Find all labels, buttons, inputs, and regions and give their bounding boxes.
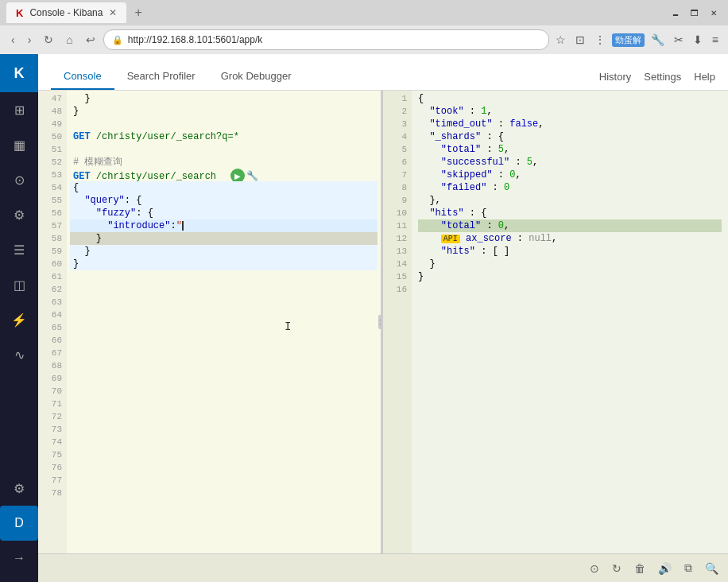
history-back-button[interactable]: ↩ — [81, 32, 100, 48]
code-line-59: } — [70, 245, 378, 258]
output-line-numbers: 1234 5678 9101112 13141516 — [383, 91, 412, 553]
code-line-65 — [70, 321, 378, 334]
output-line-7: "skipped" : 0, — [418, 169, 722, 181]
kibana-favicon: K — [16, 7, 23, 19]
window-minimize-icon[interactable]: 🗕 — [668, 5, 683, 21]
search-icon[interactable]: 🔍 — [705, 562, 718, 575]
code-line-74 — [70, 436, 378, 448]
forward-button[interactable]: › — [23, 32, 37, 48]
sidebar-item-collapse[interactable]: → — [0, 541, 38, 576]
sidebar-item-visualize[interactable]: ▦ — [0, 127, 38, 162]
bookmark-star-icon[interactable]: ☆ — [552, 32, 569, 48]
sidebar-item-apm[interactable]: ∿ — [0, 337, 38, 372]
output-content-lines: { "took" : 1, "timed_out" : false, "_sha… — [412, 91, 728, 553]
browser-tab[interactable]: K Console - Kibana ✕ — [6, 2, 126, 23]
settings-link[interactable]: Settings — [644, 71, 681, 83]
kibana-logo[interactable]: K — [0, 54, 38, 92]
editor-content[interactable]: 47484950 51525354 55565758 59606162 6364… — [38, 91, 381, 553]
bottom-toolbar-right: ⊙ ↻ 🗑 🔊 ⧉ 🔍 — [590, 561, 718, 575]
code-line-56: "fuzzy": { — [70, 207, 378, 219]
refresh-icon[interactable]: ↻ — [612, 562, 622, 575]
code-line-51 — [70, 143, 378, 156]
output-line-1: { — [418, 92, 722, 105]
code-line-72 — [70, 410, 378, 423]
code-line-77 — [70, 474, 378, 487]
code-line-66 — [70, 334, 378, 347]
output-line-3: "timed_out" : false, — [418, 118, 722, 130]
reader-mode-icon[interactable]: ⊡ — [572, 32, 588, 48]
trash-icon[interactable]: 🗑 — [634, 562, 645, 575]
help-circle-icon[interactable]: ⊙ — [590, 562, 599, 575]
tab-console[interactable]: Console — [51, 64, 114, 90]
volume-icon[interactable]: 🔊 — [658, 562, 672, 575]
code-line-49 — [70, 118, 378, 130]
editor-panel: 47484950 51525354 55565758 59606162 6364… — [38, 91, 383, 553]
code-line-47: } — [70, 92, 378, 105]
sidebar-item-maps[interactable]: ⊙ — [0, 162, 38, 197]
window-close-icon[interactable]: ✕ — [706, 5, 722, 21]
window-restore-icon[interactable]: 🗖 — [687, 5, 703, 21]
code-line-64 — [70, 308, 378, 321]
devtools-header: Console Search Profiler Grok Debugger Hi… — [38, 54, 728, 91]
sidebar-item-saved[interactable]: ◫ — [0, 267, 38, 302]
translate-icon[interactable]: 勁蛋解 — [612, 33, 645, 47]
extensions-icon[interactable]: 🔧 — [648, 32, 668, 48]
tab-title: Console - Kibana — [29, 7, 103, 18]
output-scroll-container[interactable]: 1234 5678 9101112 13141516 { "took" : 1,… — [383, 91, 728, 553]
more-tools-icon[interactable]: ✂ — [671, 32, 687, 48]
tab-grok-debugger[interactable]: Grok Debugger — [208, 64, 304, 90]
share-icon[interactable]: ⧉ — [684, 561, 692, 575]
code-line-67 — [70, 347, 378, 359]
output-line-9: }, — [418, 194, 722, 207]
output-line-4: "_shards" : { — [418, 130, 722, 143]
bottom-toolbar: ⊙ ↻ 🗑 🔊 ⧉ 🔍 — [38, 553, 728, 582]
code-line-62 — [70, 283, 378, 296]
code-line-48: } — [70, 105, 378, 118]
console-area: 47484950 51525354 55565758 59606162 6364… — [38, 91, 728, 553]
code-line-70 — [70, 385, 378, 398]
browser-settings-icon[interactable]: ≡ — [709, 32, 722, 48]
wrench-button[interactable]: 🔧 — [246, 170, 258, 181]
download-icon[interactable]: ⬇ — [690, 32, 706, 48]
code-line-73 — [70, 423, 378, 436]
code-line-75 — [70, 448, 378, 461]
output-line-15: } — [418, 270, 722, 283]
tab-close-button[interactable]: ✕ — [109, 7, 117, 18]
history-link[interactable]: History — [599, 71, 631, 83]
sidebar-item-canvas[interactable]: ⚙ — [0, 197, 38, 232]
new-tab-button[interactable]: + — [130, 6, 146, 20]
code-line-78 — [70, 487, 378, 499]
sidebar-item-settings[interactable]: ⚙ — [0, 471, 38, 506]
output-line-5: "total" : 5, — [418, 143, 722, 156]
code-line-71 — [70, 398, 378, 410]
tab-search-profiler[interactable]: Search Profiler — [114, 64, 208, 90]
devtools-header-actions: History Settings Help — [599, 71, 715, 83]
home-button[interactable]: ⌂ — [61, 32, 77, 48]
editor-scroll-container[interactable]: 47484950 51525354 55565758 59606162 6364… — [38, 91, 381, 553]
sidebar-item-uptime[interactable]: ⚡ — [0, 302, 38, 337]
browser-titlebar: K Console - Kibana ✕ + 🗕 🗖 ✕ — [0, 0, 728, 25]
address-input[interactable] — [128, 34, 540, 45]
code-line-50: GET /christy/user/_search?q=* — [70, 130, 378, 143]
output-line-13: "hits" : [ ] — [418, 245, 722, 258]
reload-button[interactable]: ↻ — [39, 32, 58, 48]
code-line-52: # 模糊查询 — [70, 156, 378, 169]
sidebar-item-discover[interactable]: ⊞ — [0, 92, 38, 127]
browser-menu-icon[interactable]: ⋮ — [591, 32, 609, 48]
main-content: Console Search Profiler Grok Debugger Hi… — [38, 54, 728, 582]
back-button[interactable]: ‹ — [6, 32, 20, 48]
window-controls: 🗕 🗖 ✕ — [668, 5, 722, 21]
output-line-6: "successful" : 5, — [418, 156, 722, 169]
browser-chrome: K Console - Kibana ✕ + 🗕 🗖 ✕ ‹ › ↻ ⌂ ↩ 🔒… — [0, 0, 728, 54]
help-link[interactable]: Help — [694, 71, 715, 83]
code-line-53: GET /christy/user/_search ▶🔧 — [70, 169, 378, 181]
output-line-16 — [418, 283, 722, 296]
code-line-58: } — [70, 232, 378, 245]
address-bar[interactable]: 🔒 — [103, 29, 549, 50]
sidebar-item-devtools[interactable]: D — [0, 506, 38, 541]
code-editor-lines[interactable]: } } GET /christy/user/_search?q=* # 模糊查询… — [67, 91, 381, 553]
devtools-nav: Console Search Profiler Grok Debugger Hi… — [51, 64, 715, 90]
sidebar-item-index[interactable]: ☰ — [0, 232, 38, 267]
panel-resize-handle[interactable]: : — [378, 315, 382, 329]
output-line-11: "total" : 0, — [418, 219, 722, 232]
